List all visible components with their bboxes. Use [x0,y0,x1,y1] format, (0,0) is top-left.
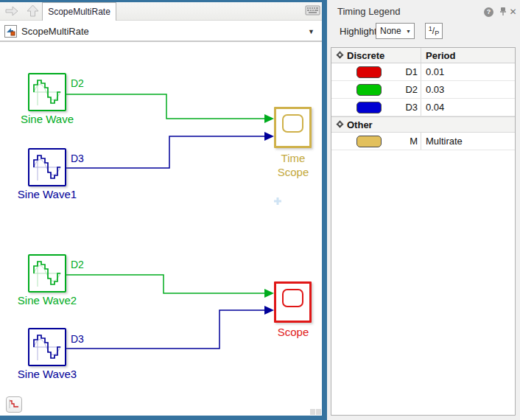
help-icon[interactable]: ? [483,7,494,17]
rate-annotation: D2 [71,259,84,270]
legend-row-d1[interactable]: D1 0.01 [331,63,515,81]
block-sine-wave1[interactable] [28,148,66,186]
block-label-time-scope[interactable]: Time Scope [271,151,315,179]
block-sine-wave2[interactable] [28,254,66,293]
panel-title: Timing Legend [337,6,401,17]
sine-wave-icon [31,331,63,363]
block-label-sine-wave3[interactable]: Sine Wave3 [3,368,91,380]
rate-annotation: D2 [71,77,84,89]
forward-button[interactable] [3,4,21,19]
chevron-down-icon: ▼ [406,29,411,34]
block-label-sine-wave1[interactable]: Sine Wave1 [3,188,91,200]
sine-wave-icon [31,151,63,183]
block-label-sine-wave[interactable]: Sine Wave [3,113,91,125]
close-icon[interactable]: ✕ [507,7,519,17]
simulink-window: ScopeMultiRate [0,0,520,420]
tab-label: ScopeMultiRate [48,7,110,17]
color-swatch [356,84,382,96]
color-swatch [356,102,382,113]
legend-row-d2[interactable]: D2 0.03 [331,81,515,99]
highlight-value: None [380,26,401,36]
arrowhead-icon [264,306,274,315]
breadcrumb[interactable]: ScopeMultiRate [21,26,89,37]
rate-annotation: D3 [71,153,84,164]
period-column-header: Period [421,48,515,63]
signal-wire-d3-top[interactable] [66,136,264,168]
signal-wire-d3-bottom[interactable] [66,310,264,349]
period-value: 0.01 [421,63,515,80]
model-icon [4,25,17,38]
section-header-discrete: Discrete Period [331,48,515,63]
section-label: Discrete [331,48,421,63]
arrowhead-icon [264,132,274,141]
sine-wave-icon [31,257,63,290]
timing-legend-panel: Timing Legend ? ✕ Highlight None ▼ 1/P D… [327,0,520,420]
section-header-other: Other [331,116,515,133]
signal-wire-d2-bottom[interactable] [66,275,264,293]
keyboard-icon [305,5,320,15]
highlight-dropdown[interactable]: None ▼ [376,23,415,39]
block-scope[interactable] [274,281,312,323]
block-label-scope[interactable]: Scope [264,325,323,339]
block-sine-wave3[interactable] [28,328,66,366]
period-value: 0.04 [421,99,515,116]
scope-screen-icon [282,114,303,133]
rate-annotation: D3 [71,333,84,345]
up-arrow-icon [27,4,39,18]
period-value: Multirate [421,133,515,150]
scroll-corner [310,409,321,415]
arrowhead-icon [264,114,274,123]
legend-row-d3[interactable]: D3 0.04 [331,99,515,116]
forward-arrow-icon [4,5,19,17]
staircase-icon [9,399,19,409]
timing-legend-table: Discrete Period D1 0.01 D2 0.03 D3 0.04 [331,47,516,416]
model-editor: ScopeMultiRate [0,0,327,420]
arrowhead-icon [264,289,274,298]
period-value: 0.03 [421,81,515,98]
sample-time-legend-button[interactable] [6,396,22,413]
scope-screen-icon [282,289,303,307]
breadcrumb-bar: ScopeMultiRate ▼ [0,21,322,42]
color-swatch [356,66,382,78]
show-rate-button[interactable]: 1/P [425,23,443,39]
sine-wave-icon [31,76,63,108]
highlight-label: Highlight [340,26,377,37]
breadcrumb-dropdown-caret-icon[interactable]: ▼ [308,28,315,35]
editor-toolbar: ScopeMultiRate [0,2,322,21]
block-time-scope[interactable] [274,107,312,148]
canvas-marker-icon [274,197,281,205]
block-label-sine-wave2[interactable]: Sine Wave2 [3,294,91,307]
legend-row-m[interactable]: M Multirate [331,133,515,150]
signal-wire-d2-top[interactable] [66,94,264,119]
pin-icon[interactable] [497,7,508,17]
color-swatch [356,136,382,147]
up-button[interactable] [24,4,41,19]
block-sine-wave[interactable] [28,73,66,111]
tab-scopemultirate[interactable]: ScopeMultiRate [42,2,116,21]
keyboard-button[interactable] [304,5,320,18]
